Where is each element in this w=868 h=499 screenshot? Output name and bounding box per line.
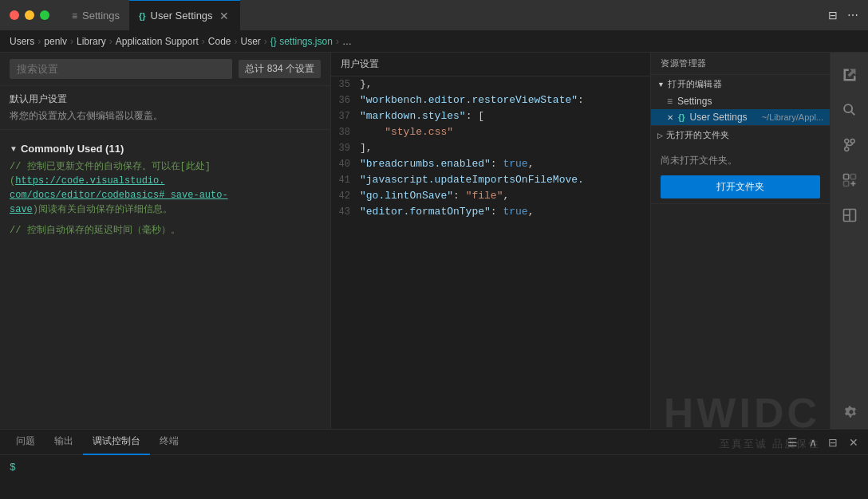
commonly-used-section[interactable]: ▼ Commonly Used (11) [10, 143, 321, 155]
open-editors-label: 打开的编辑器 [668, 78, 722, 90]
line-content-35: }, [360, 77, 373, 92]
close-panel-icon[interactable]: ✕ [846, 434, 862, 450]
svg-rect-6 [850, 175, 855, 179]
titlebar-actions: ⊟ ⋯ [828, 9, 858, 22]
split-editor-icon[interactable]: ⊟ [828, 9, 838, 22]
code-line-41: 41 "javascript.updateImportsOnFileMove. [331, 172, 650, 188]
tab-user-settings[interactable]: {} User Settings ✕ [129, 0, 240, 30]
layout-icon[interactable] [834, 199, 866, 231]
comment-line-5: // 控制自动保存的延迟时间（毫秒）。 [10, 223, 321, 238]
code-line-36: 36 "workbench.editor.restoreViewState": [331, 92, 650, 108]
section-arrow: ▼ [10, 144, 18, 153]
main-content: 总计 834 个设置 默认用户设置 将您的设置放入右侧编辑器以覆盖。 ▼ Com… [0, 53, 868, 429]
breadcrumb-sep-2: › [70, 36, 73, 47]
breadcrumb-sep-5: › [234, 36, 237, 47]
traffic-lights [10, 10, 49, 20]
breadcrumb-user[interactable]: User [240, 36, 260, 47]
default-settings-label: 默认用户设置 [0, 86, 330, 108]
sidebar-file-settings[interactable]: ≡ Settings [651, 93, 830, 109]
svg-point-2 [844, 139, 848, 143]
json-icon: {} [139, 11, 146, 21]
code-lines: 35 }, 36 "workbench.editor.restoreViewSt… [331, 77, 650, 220]
terminal-prompt: $ [0, 458, 868, 477]
link-save2[interactable]: save [10, 204, 33, 215]
default-settings-desc: 将您的设置放入右侧编辑器以覆盖。 [0, 108, 330, 130]
maximize-traffic-light[interactable] [40, 10, 49, 20]
user-settings-panel: 用户设置 35 }, 36 "workbench.editor.restoreV… [331, 53, 650, 429]
line-num-36: 36 [331, 92, 360, 108]
search-input[interactable] [10, 59, 232, 79]
search-icon[interactable] [834, 94, 866, 126]
search-bar: 总计 834 个设置 [0, 53, 330, 86]
extensions-icon[interactable] [834, 164, 866, 196]
breadcrumb-sep-1: › [37, 36, 41, 47]
tab-problems[interactable]: 问题 [6, 430, 45, 455]
line-content-38: "style.css" [360, 124, 453, 140]
line-content-41: "javascript.updateImportsOnFileMove. [360, 172, 584, 188]
breadcrumb-users[interactable]: Users [10, 36, 34, 47]
line-content-36: "workbench.editor.restoreViewState": [360, 92, 584, 108]
bottom-tabs: 问题 输出 调试控制台 终端 [0, 430, 778, 454]
line-num-42: 42 [331, 188, 360, 204]
sidebar-file-user-settings[interactable]: ✕ {} User Settings ~/Library/Appl... [651, 109, 830, 125]
settings-file-icon: ≡ [667, 96, 673, 107]
collapse-icon[interactable]: ∧ [806, 434, 820, 450]
sidebar-header: 资源管理器 [651, 53, 830, 75]
default-settings-panel: 总计 834 个设置 默认用户设置 将您的设置放入右侧编辑器以覆盖。 ▼ Com… [0, 53, 331, 429]
line-content-39: ], [360, 140, 373, 156]
no-folder-header[interactable]: ▷ 无打开的文件夹 [651, 126, 830, 144]
open-folder-button[interactable]: 打开文件夹 [661, 175, 820, 198]
tab-settings[interactable]: ≡ Settings [62, 0, 129, 30]
tab-settings-label: Settings [82, 10, 120, 22]
sidebar: 资源管理器 ▼ 打开的编辑器 ≡ Settings ✕ {} User Sett… [650, 53, 830, 429]
line-num-38: 38 [331, 124, 360, 140]
tab-terminal[interactable]: 终端 [150, 430, 188, 455]
breadcrumb-code[interactable]: Code [208, 36, 231, 47]
line-content-40: "breadcrumbs.enabled": true, [360, 156, 534, 172]
comment-line-3: com/docs/editor/codebasics#_save-auto- [10, 188, 321, 202]
no-folder-label: 无打开的文件夹 [666, 129, 729, 141]
no-folder-text: 尚未打开文件夹。 [661, 149, 820, 172]
settings-content: ▼ Commonly Used (11) // 控制已更新文件的自动保存。可以在… [0, 130, 330, 429]
breadcrumb: Users › penlv › Library › Application Su… [0, 30, 868, 53]
link-save[interactable]: com/docs/editor/codebasics#_save-auto- [10, 190, 228, 201]
more-actions-icon[interactable]: ⋯ [847, 9, 858, 22]
list-icon[interactable]: ☰ [784, 434, 801, 450]
svg-line-1 [850, 112, 854, 115]
user-settings-close-icon[interactable]: ✕ [667, 113, 673, 122]
breadcrumb-penlv[interactable]: penlv [44, 36, 67, 47]
tab-terminal-label: 终端 [160, 434, 179, 448]
source-control-icon[interactable] [834, 129, 866, 161]
link-vscode[interactable]: https://code.visualstudio. [15, 175, 164, 187]
explorer-icon[interactable] [834, 59, 866, 91]
user-settings-json-icon: {} [678, 112, 685, 122]
prompt-char: $ [10, 462, 16, 473]
tab-close-button[interactable]: ✕ [218, 8, 231, 24]
tab-debug-console[interactable]: 调试控制台 [83, 430, 150, 455]
terminal-area[interactable]: $ [0, 454, 868, 499]
titlebar: ≡ Settings {} User Settings ✕ ⊟ ⋯ [0, 0, 868, 30]
tab-output[interactable]: 输出 [45, 430, 83, 455]
breadcrumb-sep-4: › [202, 36, 205, 47]
tab-output-label: 输出 [54, 434, 73, 448]
close-traffic-light[interactable] [10, 10, 19, 20]
breadcrumb-appsupport[interactable]: Application Support [116, 36, 199, 47]
breadcrumb-ellipsis[interactable]: … [342, 36, 352, 47]
activity-bar [830, 53, 868, 429]
user-settings-file-name: User Settings [690, 112, 757, 123]
bottom-panel: 问题 输出 调试控制台 终端 ☰ ∧ ⊟ ✕ [0, 429, 868, 454]
line-num-37: 37 [331, 108, 360, 124]
breadcrumb-settings-json[interactable]: {} settings.json [270, 36, 333, 47]
breadcrumb-library[interactable]: Library [77, 36, 106, 47]
code-line-42: 42 "go.lintOnSave": "file", [331, 188, 650, 204]
maximize-panel-icon[interactable]: ⊟ [825, 434, 841, 450]
line-content-43: "editor.formatOnType": true, [360, 204, 534, 220]
open-editors-header[interactable]: ▼ 打开的编辑器 [651, 75, 830, 93]
svg-rect-7 [843, 181, 848, 186]
tabs-area: ≡ Settings {} User Settings ✕ [62, 0, 828, 30]
gear-icon[interactable] [834, 397, 866, 429]
section-label: Commonly Used (11) [21, 143, 124, 155]
code-line-39: 39 ], [331, 140, 650, 156]
code-editor[interactable]: 35 }, 36 "workbench.editor.restoreViewSt… [331, 77, 650, 429]
minimize-traffic-light[interactable] [25, 10, 34, 20]
